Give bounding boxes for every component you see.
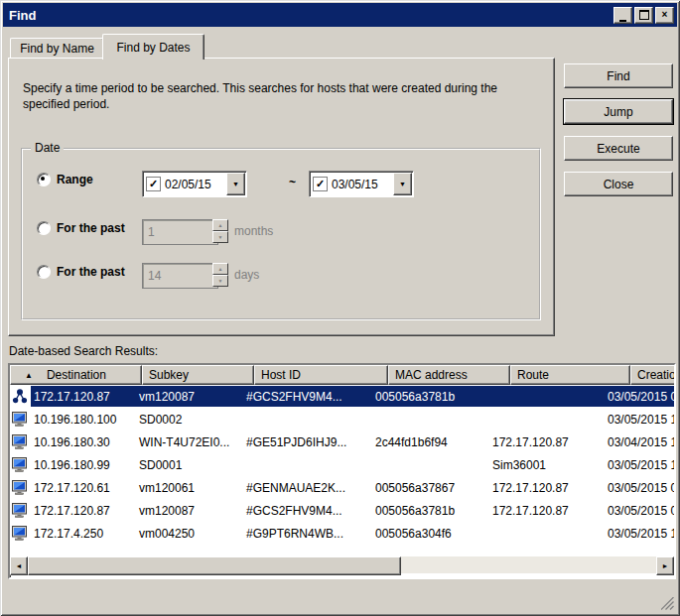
scroll-right-icon: ► <box>662 562 669 569</box>
close-action-button-label: Close <box>604 178 634 191</box>
computer-icon <box>12 457 28 472</box>
date-from-checkbox[interactable]: ✓ <box>146 177 161 191</box>
column-header-destination[interactable]: ▲ Destination <box>10 365 142 385</box>
cell-destination: 172.17.120.87 <box>31 390 136 404</box>
spin-up-icon: ▲ <box>218 222 223 228</box>
date-to-checkbox[interactable]: ✓ <box>313 177 328 191</box>
find-button[interactable]: Find <box>564 63 673 88</box>
past-days-radio-label: For the past <box>57 265 125 279</box>
results-table: ▲ Destination Subkey Host ID MAC address… <box>8 363 676 579</box>
row-icon-cell <box>10 412 31 427</box>
date-from-picker[interactable]: ✓ 02/05/15 ▼ <box>142 171 247 197</box>
find-dialog: Find × Find by Name Find by Dates Specif… <box>0 0 680 616</box>
past-months-value: 1 <box>148 225 155 239</box>
row-cells: 172.17.4.250 vm004250 #G9PT6RN4WB... 005… <box>31 523 674 544</box>
table-row[interactable]: 172.17.120.87 vm120087 #GCS2FHV9M4... 00… <box>10 499 674 522</box>
maximize-button[interactable] <box>634 7 653 24</box>
scroll-left-button[interactable]: ◄ <box>10 556 28 575</box>
title-bar[interactable]: Find × <box>3 3 677 27</box>
past-days-radio[interactable] <box>37 265 51 279</box>
find-button-label: Find <box>607 69 629 83</box>
scroll-right-button[interactable]: ► <box>656 556 674 575</box>
table-row[interactable]: 172.17.120.61 vm120061 #GENMAUAE2K... 00… <box>10 476 674 499</box>
cell-mac-address: 2c44fd1b6f94 <box>372 435 489 449</box>
cell-host-id: #GENMAUAE2K... <box>243 481 372 495</box>
cell-route: 172.17.120.87 <box>489 435 605 449</box>
spin-down-icon: ▼ <box>218 234 223 240</box>
date-groupbox: Date Range ✓ 02/05/15 ▼ ~ ✓ 03/05/15 ▼ F… <box>21 148 541 320</box>
execute-button[interactable]: Execute <box>564 136 673 161</box>
tab-find-by-name[interactable]: Find by Name <box>10 38 104 59</box>
horizontal-scrollbar: ◄ ► <box>10 556 674 573</box>
past-days-value: 14 <box>148 269 161 283</box>
row-icon-cell <box>10 389 31 404</box>
spin-up-button[interactable]: ▲ <box>212 263 228 275</box>
cell-destination: 172.17.120.61 <box>31 481 136 495</box>
row-cells: 10.196.180.99 SD0001 Sim36001 03/05/2015… <box>31 454 674 475</box>
column-header-subkey[interactable]: Subkey <box>142 365 254 385</box>
column-header-label: Destination <box>47 368 106 382</box>
past-days-input[interactable]: 14 <box>142 263 218 289</box>
column-header-host-id[interactable]: Host ID <box>254 365 388 385</box>
table-row[interactable]: 172.17.120.87 vm120087 #GCS2FHV9M4... 00… <box>10 385 674 408</box>
computer-icon <box>12 434 28 449</box>
jump-button-label: Jump <box>604 105 632 119</box>
column-header-route[interactable]: Route <box>510 365 630 385</box>
column-header-creation-date[interactable]: Creation date <box>630 365 674 385</box>
column-header-mac-address[interactable]: MAC address <box>388 365 510 385</box>
scrollbar-thumb[interactable] <box>28 556 401 575</box>
spin-down-button[interactable]: ▼ <box>212 275 228 287</box>
scrollbar-track[interactable] <box>401 556 656 573</box>
table-row[interactable]: 172.17.4.250 vm004250 #G9PT6RN4WB... 005… <box>10 522 674 545</box>
past-days-unit: days <box>234 268 259 282</box>
cell-route: 172.17.120.87 <box>489 504 605 518</box>
date-from-dropdown-button[interactable]: ▼ <box>226 173 245 195</box>
tab-find-by-dates[interactable]: Find by Dates <box>102 34 204 60</box>
cell-subkey: vm120087 <box>136 504 243 518</box>
minimize-button[interactable] <box>613 7 632 24</box>
close-action-button[interactable]: Close <box>564 172 673 196</box>
spin-down-icon: ▼ <box>218 278 223 284</box>
column-header-label: Host ID <box>261 368 301 382</box>
spin-up-button[interactable]: ▲ <box>212 219 228 231</box>
table-row[interactable]: 10.196.180.30 WIN-T4U72EI0... #GE51PJD6I… <box>10 431 674 453</box>
check-icon: ✓ <box>149 179 158 189</box>
network-icon <box>12 389 28 404</box>
past-months-spinner: ▲ ▼ <box>212 219 228 243</box>
past-months-row: For the past <box>37 221 125 235</box>
results-header: ▲ Destination Subkey Host ID MAC address… <box>10 365 674 385</box>
date-to-picker[interactable]: ✓ 03/05/15 ▼ <box>309 171 414 197</box>
past-months-input[interactable]: 1 <box>142 219 218 245</box>
panel-description: Specify a time period to be searched. Th… <box>23 80 524 112</box>
past-months-radio[interactable] <box>37 221 51 235</box>
cell-destination: 172.17.120.87 <box>31 504 136 518</box>
scroll-left-icon: ◄ <box>16 562 23 569</box>
cell-host-id: #GE51PJD6IHJ9... <box>243 435 372 449</box>
cell-creation-date: 03/05/2015 1 <box>605 413 674 427</box>
date-to-dropdown-button[interactable]: ▼ <box>393 173 412 195</box>
close-button[interactable]: × <box>655 7 674 24</box>
resize-grip[interactable] <box>661 597 674 610</box>
results-rows: 172.17.120.87 vm120087 #GCS2FHV9M4... 00… <box>10 385 674 556</box>
range-radio[interactable] <box>37 173 51 186</box>
row-icon-cell <box>10 480 31 495</box>
row-cells: 172.17.120.61 vm120061 #GENMAUAE2K... 00… <box>31 477 674 498</box>
cell-destination: 10.196.180.30 <box>31 435 136 449</box>
spin-up-icon: ▲ <box>218 266 223 272</box>
table-row[interactable]: 10.196.180.99 SD0001 Sim36001 03/05/2015… <box>10 453 674 476</box>
cell-destination: 172.17.4.250 <box>31 527 136 541</box>
cell-host-id: #GCS2FHV9M4... <box>243 504 372 518</box>
date-from-value: 02/05/15 <box>161 178 226 191</box>
jump-button[interactable]: Jump <box>564 99 673 124</box>
table-row[interactable]: 10.196.180.100 SD0002 03/05/2015 1 <box>10 408 674 431</box>
column-header-label: Subkey <box>149 368 189 382</box>
cell-creation-date: 03/04/2015 1 <box>605 435 674 449</box>
cell-host-id: #GCS2FHV9M4... <box>243 390 372 404</box>
maximize-icon <box>639 10 649 20</box>
computer-icon <box>12 503 28 518</box>
cell-route: Sim36001 <box>489 458 605 472</box>
results-label: Date-based Search Results: <box>9 344 158 358</box>
chevron-down-icon: ▼ <box>232 181 239 187</box>
row-icon-cell <box>10 503 31 518</box>
spin-down-button[interactable]: ▼ <box>212 231 228 243</box>
